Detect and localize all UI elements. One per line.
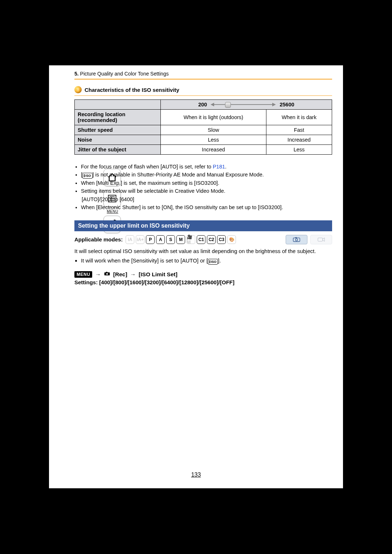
mode-video: 🎥M: [187, 235, 195, 244]
range-slider-icon: [211, 103, 276, 106]
arrow-icon: →: [130, 271, 136, 278]
section-heading: Setting the upper limit on ISO sensitivi…: [74, 220, 332, 231]
mode-S: S: [166, 235, 175, 244]
table-row: Shutter speed Slow Fast: [75, 125, 332, 135]
list-item: It will work when the [Sensitivity] is s…: [81, 257, 332, 265]
table-row: Noise Less Increased: [75, 135, 332, 145]
video-not-applicable-icon: [310, 235, 332, 244]
svg-point-9: [106, 273, 108, 275]
table-row: Recording location (recommended) When it…: [75, 110, 332, 125]
mode-A: A: [156, 235, 165, 244]
mode-iAplus: iA+: [136, 235, 144, 244]
hint-header: ! Characteristics of the ISO sensitivity: [74, 86, 332, 96]
iso-characteristics-table: 200 25600: [74, 99, 332, 155]
list-item: When [Electronic Shutter] is set to [ON]…: [81, 203, 332, 211]
menu-chip: MENU: [74, 271, 92, 278]
list-item: Setting items below will be selectable i…: [81, 187, 332, 195]
table-row: Jitter of the subject Increased Less: [75, 145, 332, 155]
svg-rect-10: [106, 272, 107, 273]
iso-range-low: 200: [198, 102, 207, 107]
photo-applicable-icon: [286, 235, 307, 244]
mode-C1: C1: [197, 235, 205, 244]
mode-M: M: [176, 235, 185, 244]
biso-icon: ISO: [208, 259, 218, 265]
settings-options: Settings: [400]/[800]/[1600]/[3200]/[640…: [74, 279, 332, 285]
breadcrumb: 5. Picture Quality and Color Tone Settin…: [74, 71, 332, 77]
camera-icon: [104, 271, 110, 278]
divider: [74, 79, 332, 80]
breadcrumb-number: 5.: [74, 71, 79, 77]
section-paragraph: It will select optimal ISO sensitivity w…: [74, 247, 332, 256]
list-item: When [Multi Exp.] is set, the maximum se…: [81, 179, 332, 187]
modes-icons: iA iA+ P A S M 🎥M C1 C2 C3 🎨: [126, 235, 236, 244]
lightbulb-icon: !: [74, 86, 82, 93]
breadcrumb-title: Picture Quality and Color Tone Settings: [80, 71, 169, 77]
list-item-sub: [AUTO]/[200] to [6400]: [81, 195, 332, 203]
applicable-modes: Applicable modes: iA iA+ P A S M 🎥M C1 C…: [74, 235, 332, 244]
list-item: For the focus range of flash when [AUTO]…: [81, 163, 332, 171]
biso-icon: ISO: [82, 173, 93, 179]
xref-link[interactable]: P181: [213, 164, 225, 170]
hint-title: Characteristics of the ISO sensitivity: [85, 87, 179, 93]
page-number: 133: [49, 472, 343, 478]
arrow-icon: →: [95, 271, 101, 278]
mode-C3: C3: [217, 235, 226, 244]
notes-list: For the focus range of flash when [AUTO]…: [74, 163, 332, 212]
mode-C2: C2: [207, 235, 216, 244]
section-bullets: It will work when the [Sensitivity] is s…: [74, 257, 332, 265]
svg-rect-6: [295, 237, 297, 238]
svg-rect-7: [318, 238, 323, 241]
mode-P: P: [146, 235, 155, 244]
menu-path-target: [ISO Limit Set]: [139, 271, 177, 278]
svg-point-5: [295, 239, 298, 241]
mode-creative: 🎨: [227, 235, 236, 244]
iso-range-high: 25600: [279, 102, 294, 107]
list-item: [ISO] is not available in Shutter-Priori…: [81, 171, 332, 179]
mode-iA: iA: [126, 235, 134, 244]
menu-path: MENU → [Rec] → [ISO Limit Set]: [74, 271, 332, 278]
menu-path-rec: [Rec]: [113, 271, 127, 278]
applicable-modes-label: Applicable modes:: [74, 236, 123, 243]
